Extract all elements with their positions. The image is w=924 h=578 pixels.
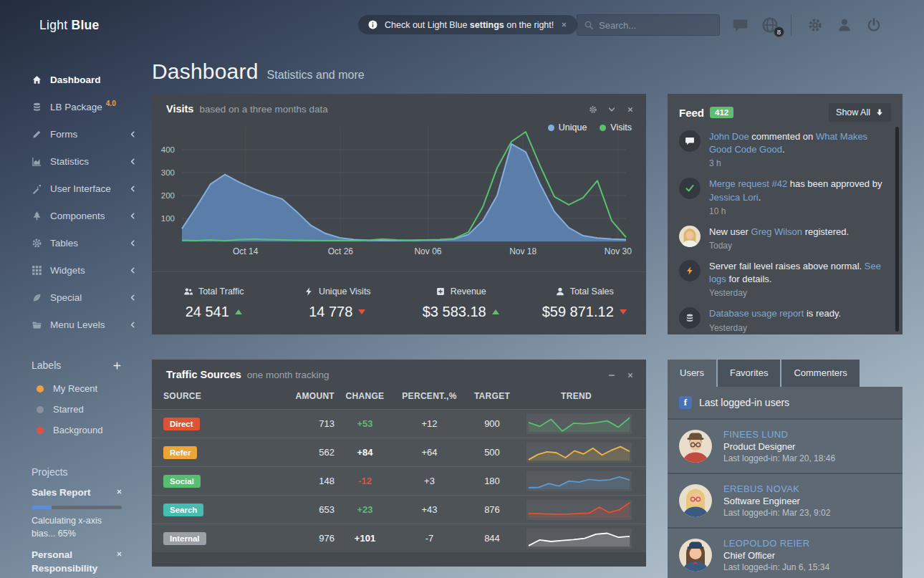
page-subtitle: Statistics and more — [267, 69, 365, 82]
logout-power-icon[interactable] — [866, 17, 882, 33]
notification-text: Check out Light Blue settings on the rig… — [385, 20, 554, 30]
visits-title: Visits — [166, 103, 193, 115]
traffic-panel-header: Traffic Sources one month tracking — [152, 360, 646, 380]
settings-gear-icon[interactable] — [807, 17, 823, 33]
tab-commenters[interactable]: Commenters — [781, 360, 859, 387]
sidebar-item-user-interface[interactable]: User Interface — [0, 175, 152, 202]
feed-link[interactable]: John Doe — [709, 131, 749, 142]
tree-icon — [32, 211, 42, 221]
sidebar-item-special[interactable]: Special — [0, 284, 152, 311]
users-list: FINEES LUNDProduct DesignerLast logged-i… — [668, 418, 903, 578]
source-badge[interactable]: Direct — [163, 418, 200, 430]
row-top: Visits based on a three months data Uniq… — [152, 94, 924, 334]
notifications-globe-icon[interactable]: 8 — [761, 16, 779, 34]
users-widget: UsersFavoritesCommenters f Last logged-i… — [668, 360, 903, 578]
database-icon — [685, 313, 695, 323]
label-item-starred[interactable]: Starred — [0, 399, 152, 420]
traffic-row-direct[interactable]: Direct713+53+12900 — [152, 409, 646, 438]
project-personal-responsibility: Personal Responsibility — [0, 540, 152, 578]
column-header-trend: TREND — [521, 391, 646, 401]
chevron-left-icon — [128, 211, 138, 221]
user-role: Product Designer — [723, 441, 835, 452]
column-header-change: CHANGE — [335, 391, 395, 401]
traffic-row-search[interactable]: Search653+23+43876 — [152, 495, 646, 524]
add-label-plus-icon[interactable] — [112, 361, 122, 370]
facebook-icon: f — [679, 396, 692, 409]
feed-time: 3 h — [709, 158, 884, 168]
avatar — [679, 539, 712, 572]
stat-label: Total Traffic — [198, 286, 244, 297]
comment-icon — [685, 136, 695, 146]
top-navbar: Light Blue Check out Light Blue settings… — [0, 0, 924, 50]
user-row-erebus-novak[interactable]: EREBUS NOVAKSoftware EngineerLast logged… — [668, 473, 903, 527]
show-all-button[interactable]: Show All — [829, 103, 891, 122]
user-name[interactable]: EREBUS NOVAK — [723, 483, 830, 494]
panel-minimize-icon[interactable] — [607, 371, 616, 380]
info-icon — [367, 19, 378, 30]
panel-close-icon[interactable] — [626, 371, 635, 380]
trend-down-arrow-icon — [358, 309, 365, 314]
user-row-leopoldo-reier[interactable]: LEOPOLDO REIERChief OfficerLast logged-i… — [668, 527, 903, 578]
sidebar-item-menu-levels[interactable]: Menu Levels — [0, 311, 152, 338]
tab-favorites[interactable]: Favorites — [718, 360, 780, 387]
project-name[interactable]: Sales Report — [32, 486, 116, 500]
traffic-row-internal[interactable]: Internal976+101-7844 — [152, 524, 646, 552]
messages-icon[interactable] — [732, 17, 749, 34]
legend-item-visits[interactable]: Visits — [600, 122, 632, 133]
database-icon — [32, 102, 42, 112]
project-name[interactable]: Personal Responsibility — [32, 549, 116, 576]
close-icon[interactable] — [115, 550, 123, 558]
source-badge[interactable]: Search — [163, 504, 203, 516]
projects-list: Sales ReportCalculating x-axis bias... 6… — [0, 478, 152, 578]
sidebar-item-forms[interactable]: Forms — [0, 120, 152, 148]
search-icon — [584, 20, 594, 30]
feed-link[interactable]: Greg Wilson — [751, 226, 803, 237]
stat-value: $59 871.12 — [542, 304, 627, 320]
sidebar-item-widgets[interactable]: Widgets — [0, 256, 152, 284]
source-badge[interactable]: Social — [163, 475, 201, 488]
traffic-row-social[interactable]: Social148-12+3180 — [152, 466, 646, 495]
visits-panel-header: Visits based on a three months data — [152, 94, 646, 115]
panel-close-icon[interactable] — [626, 105, 635, 114]
stat-total-traffic: Total Traffic24 541 — [152, 272, 276, 334]
tab-users[interactable]: Users — [668, 360, 716, 387]
label-text: Background — [53, 425, 102, 435]
label-item-background[interactable]: Background — [0, 420, 152, 440]
logo[interactable]: Light Blue — [39, 0, 100, 50]
user-name[interactable]: FINEES LUND — [723, 429, 835, 440]
panel-collapse-chevron-down-icon[interactable] — [607, 105, 616, 114]
traffic-row-refer[interactable]: Refer562+84+64500 — [152, 438, 646, 466]
traffic-table-header: SOURCEAMOUNTCHANGEPERCENT.,%TARGETTREND — [152, 383, 646, 409]
user-row-finees-lund[interactable]: FINEES LUNDProduct DesignerLast logged-i… — [668, 418, 903, 473]
sidebar-item-statistics[interactable]: Statistics — [0, 148, 152, 175]
chevron-left-icon — [128, 293, 138, 302]
sidebar: DashboardLB Package4.0FormsStatisticsUse… — [0, 50, 152, 578]
search-input[interactable] — [599, 20, 713, 31]
user-name[interactable]: LEOPOLDO REIER — [723, 538, 829, 549]
feed-scrollbar[interactable] — [895, 127, 899, 332]
close-icon[interactable] — [115, 488, 123, 496]
panel-settings-gear-icon[interactable] — [589, 105, 597, 114]
close-icon[interactable] — [560, 21, 568, 29]
feed-link[interactable]: Merge request #42 — [709, 178, 787, 189]
sidebar-item-dashboard[interactable]: Dashboard — [0, 66, 152, 93]
feed-icon-circle — [679, 178, 701, 199]
sidebar-item-components[interactable]: Components — [0, 202, 152, 229]
source-badge[interactable]: Internal — [163, 532, 206, 545]
column-header-amount: AMOUNT — [277, 391, 335, 401]
feed-link[interactable]: Jessica Lori — [709, 192, 759, 203]
amount-cell: 148 — [277, 476, 335, 486]
svg-text:Nov 30: Nov 30 — [605, 246, 632, 256]
chevron-left-icon — [128, 130, 138, 139]
trend-sparkline — [526, 529, 632, 549]
project-status: Calculating x-axis bias... 65% — [32, 514, 126, 540]
avatar — [679, 226, 701, 247]
legend-item-unique[interactable]: Unique — [548, 122, 587, 133]
source-badge[interactable]: Refer — [163, 446, 197, 459]
sidebar-item-tables[interactable]: Tables — [0, 229, 152, 256]
label-item-my-recent[interactable]: My Recent — [0, 378, 152, 399]
feed-link[interactable]: Database usage report — [709, 308, 804, 319]
sidebar-item-lb-package[interactable]: LB Package4.0 — [0, 93, 152, 120]
main-content: Dashboard Statistics and more Visits bas… — [152, 50, 924, 578]
account-icon[interactable] — [837, 17, 852, 33]
